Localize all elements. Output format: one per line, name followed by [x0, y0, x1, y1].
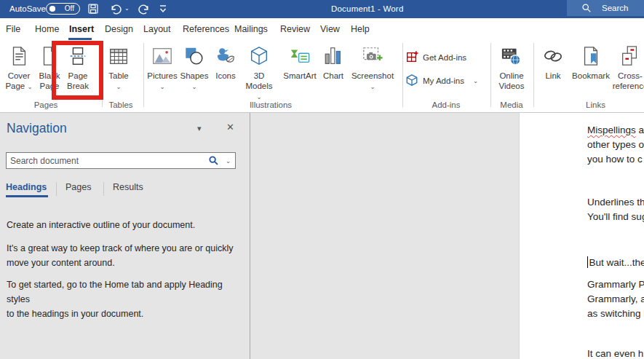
chart-icon [317, 42, 349, 71]
document-line: Mispellings a [587, 125, 644, 135]
search-icon[interactable] [208, 155, 219, 166]
smartart-icon [278, 42, 322, 71]
search-dropdown-icon[interactable]: ⌄ [226, 157, 231, 165]
chevron-down-icon: ⌄ [27, 83, 32, 90]
search-input[interactable] [10, 154, 188, 167]
title-bar: AutoSave Off ⌄ [0, 0, 644, 18]
document-workspace: Mispellings a other types o you how to c… [250, 113, 644, 359]
tab-help[interactable]: Help [351, 24, 370, 34]
document-line: Grammarly, a [587, 293, 644, 304]
misspelled-word: Mispellings [587, 125, 636, 135]
three-d-models-icon [243, 42, 275, 71]
autosave-toggle[interactable]: Off [46, 3, 80, 15]
my-add-ins-button[interactable]: My Add-ins ⌄ [405, 74, 478, 88]
document-line: It can even h [587, 348, 643, 359]
autosave-state-label: Off [65, 4, 74, 12]
titlebar-search[interactable]: Search [567, 0, 644, 16]
document-title: Document1 - Word [331, 4, 404, 13]
smartart-button[interactable]: SmartArt [278, 42, 322, 81]
online-videos-button[interactable]: Online Videos [495, 42, 528, 91]
tab-layout[interactable]: Layout [143, 24, 171, 34]
group-label-media: Media [482, 100, 541, 109]
nav-paragraph: Create an interactive outline of your do… [7, 218, 245, 232]
cross-reference-button[interactable]: Cross- reference [607, 42, 644, 91]
undo-icon[interactable] [109, 3, 122, 18]
word-window: AutoSave Off ⌄ [0, 0, 644, 359]
document-page[interactable]: Mispellings a other types o you how to c… [519, 113, 644, 359]
pictures-icon [146, 42, 178, 71]
group-label-links: Links [565, 100, 627, 109]
cover-page-icon [3, 42, 35, 71]
get-add-ins-icon [405, 50, 418, 65]
titlebar-search-label: Search [602, 4, 628, 12]
pane-options-icon[interactable]: ▾ [197, 124, 202, 133]
document-line: You'll find sug [587, 211, 644, 222]
nav-tab-results[interactable]: Results [113, 182, 143, 192]
group-label-add-ins: Add-ins [417, 100, 475, 109]
nav-paragraph: To get started, go to the Home tab and a… [7, 277, 245, 321]
shapes-icon [178, 42, 210, 71]
chevron-down-icon: ⌄ [473, 77, 478, 84]
tab-references[interactable]: References [183, 24, 229, 34]
document-line: as switching l [587, 308, 644, 319]
tab-design[interactable]: Design [105, 24, 133, 34]
table-button[interactable]: Table ⌄ [103, 42, 135, 91]
three-d-models-button[interactable]: 3D Models ⌄ [243, 42, 275, 101]
ribbon: File Home Insert Design Layout Reference… [0, 18, 644, 113]
nav-paragraph: It's a great way to keep track of where … [7, 241, 245, 270]
document-line: other types o [587, 139, 644, 150]
link-button[interactable]: Link [538, 42, 568, 81]
group-separator [533, 43, 534, 107]
redo-icon[interactable] [138, 3, 151, 18]
search-icon [581, 3, 592, 13]
shapes-button[interactable]: Shapes ⌄ [178, 42, 210, 91]
cover-page-button[interactable]: Cover Page ⌄ [3, 42, 35, 91]
autosave-toggle-knob [49, 6, 55, 12]
chevron-down-icon: ⌄ [159, 83, 164, 90]
chevron-down-icon: ⌄ [116, 83, 121, 90]
chart-button[interactable]: Chart [317, 42, 349, 81]
autosave-label: AutoSave [9, 4, 46, 13]
get-add-ins-button[interactable]: Get Add-ins [405, 50, 466, 65]
save-icon[interactable] [87, 3, 99, 17]
customize-quick-access-icon[interactable] [158, 3, 168, 17]
my-add-ins-icon [405, 74, 418, 88]
document-line: Underlines th [587, 197, 644, 208]
tab-view[interactable]: View [320, 24, 340, 34]
close-icon[interactable]: ✕ [226, 122, 234, 133]
link-icon [538, 42, 568, 71]
nav-tab-separator [56, 182, 57, 196]
navigation-pane: Navigation ▾ ✕ ⌄ Headings Pages Results … [0, 113, 250, 359]
tab-review[interactable]: Review [280, 24, 310, 34]
group-separator [402, 43, 403, 107]
group-label-tables: Tables [92, 100, 150, 109]
undo-dropdown-icon[interactable]: ⌄ [124, 5, 130, 12]
chevron-down-icon: ⌄ [191, 83, 196, 90]
nav-search-box: ⌄ [6, 152, 236, 169]
pictures-button[interactable]: Pictures ⌄ [146, 42, 178, 91]
icons-icon [211, 42, 240, 71]
navigation-pane-title: Navigation [7, 121, 67, 136]
group-label-illustrations: Illustrations [212, 100, 330, 109]
group-separator [143, 43, 144, 107]
icons-button[interactable]: Icons [211, 42, 240, 81]
document-line: Grammarly P [587, 279, 644, 290]
highlight-box-annotation [52, 41, 103, 100]
document-line: But wait...the [587, 256, 644, 268]
nav-active-tab-underline [6, 195, 48, 197]
screenshot-button[interactable]: Screenshot ⌄ [349, 42, 396, 91]
tab-file[interactable]: File [6, 24, 20, 34]
group-separator [490, 43, 491, 107]
tab-insert[interactable]: Insert [69, 24, 94, 34]
active-tab-underline [68, 38, 92, 40]
nav-tab-pages[interactable]: Pages [65, 182, 91, 192]
chevron-down-icon: ⌄ [370, 83, 375, 90]
online-videos-icon [495, 42, 528, 71]
table-icon [103, 42, 135, 71]
nav-tab-headings[interactable]: Headings [6, 182, 47, 192]
screenshot-icon [349, 42, 396, 71]
cross-reference-icon [607, 42, 644, 71]
document-line: you how to c [587, 154, 643, 165]
tab-mailings[interactable]: Mailings [234, 24, 268, 34]
tab-home[interactable]: Home [35, 24, 59, 34]
